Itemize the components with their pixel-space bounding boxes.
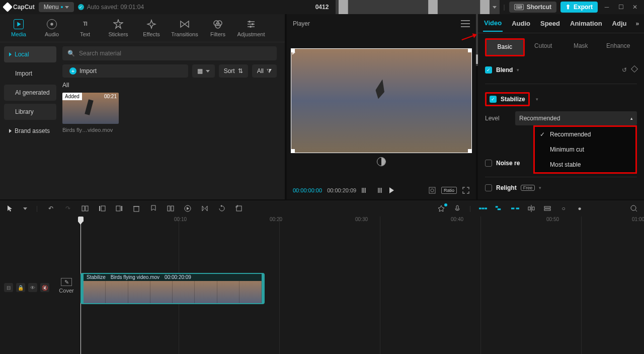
tab-audio[interactable]: Audio	[37, 16, 66, 40]
trim-right-button[interactable]	[115, 204, 123, 213]
marker-button[interactable]	[149, 204, 157, 213]
sort-button[interactable]: Sort⇅	[219, 64, 248, 78]
search-input[interactable]	[79, 50, 272, 57]
tab-animation[interactable]: Animation	[569, 16, 603, 31]
tab-adjust[interactable]: Adju	[611, 16, 628, 31]
tabs-overflow-button[interactable]: »	[635, 20, 639, 27]
selection-tool[interactable]	[6, 204, 14, 213]
video-preview[interactable]	[291, 48, 472, 153]
track-toggle-button[interactable]	[543, 204, 551, 213]
tab-effects[interactable]: Effects	[137, 16, 166, 40]
subtab-mask[interactable]: Mask	[562, 38, 600, 56]
mirror-button[interactable]	[201, 204, 209, 213]
play-button[interactable]	[387, 186, 395, 194]
next-frame-button[interactable]	[374, 186, 382, 194]
hide-track-button[interactable]: 👁	[28, 283, 37, 292]
record-button[interactable]	[453, 204, 461, 213]
grid-icon: ▦	[197, 67, 203, 75]
option-minimum-cut[interactable]: Minimum cut	[535, 142, 635, 157]
project-title: 0412	[315, 4, 329, 11]
prev-frame-button[interactable]	[361, 186, 369, 194]
time-ruler[interactable]: 00:10 00:20 00:30 00:40 00:50 01:00	[78, 217, 644, 225]
current-time: 00:00:00:00	[293, 187, 322, 193]
zoom-slider[interactable]: ●	[576, 204, 584, 213]
cover-button[interactable]: ✎ Cover	[57, 278, 75, 295]
minimize-button[interactable]: ─	[602, 4, 612, 11]
sidebar-item-import[interactable]: Import	[4, 65, 56, 82]
frame-crop-button[interactable]	[235, 204, 243, 213]
keyframe-icon[interactable]	[631, 65, 638, 73]
svg-rect-47	[532, 207, 534, 210]
noise-checkbox[interactable]	[485, 160, 492, 167]
trim-left-button[interactable]	[98, 204, 106, 213]
subtab-enhance[interactable]: Enhance	[600, 38, 637, 56]
svg-point-3	[50, 23, 53, 25]
fullscreen-button[interactable]	[462, 186, 470, 194]
close-button[interactable]: ✕	[630, 4, 640, 11]
tab-media[interactable]: Media	[4, 16, 33, 40]
auto-caption-button[interactable]	[437, 204, 445, 213]
resize-handle[interactable]	[468, 48, 472, 52]
timeline-clip[interactable]: Stabilize Birds flying video.mov 00:00:2…	[80, 273, 265, 304]
tab-filters[interactable]: Filters	[203, 16, 232, 40]
grid-view-button[interactable]: ▦	[192, 64, 215, 78]
level-dropdown[interactable]: Recommended ▴	[515, 111, 637, 125]
menu-button[interactable]: Menu	[39, 2, 74, 12]
crop-button[interactable]	[167, 204, 175, 213]
shortcut-button[interactable]: ⌨ Shortcut	[509, 2, 556, 13]
tab-text[interactable]: Text	[70, 16, 100, 40]
scale-button[interactable]	[428, 186, 436, 194]
tab-transitions[interactable]: Transitions	[170, 16, 199, 40]
subtab-cutout[interactable]: Cutout	[525, 38, 562, 56]
sidebar-item-library[interactable]: Library	[4, 104, 56, 120]
preview-axis-button[interactable]	[527, 204, 535, 213]
relight-checkbox[interactable]	[485, 184, 492, 191]
tab-speed[interactable]: Speed	[539, 16, 561, 31]
rotate-button[interactable]	[218, 204, 226, 213]
resize-handle[interactable]	[291, 48, 295, 52]
tab-stickers[interactable]: Stickers	[104, 16, 133, 40]
autosave-status: ✓ Auto saved: 09:01:04	[78, 4, 144, 11]
reset-icon[interactable]: ↺	[622, 66, 627, 74]
tab-audio[interactable]: Audio	[511, 16, 531, 31]
magnet-main-button[interactable]	[479, 204, 487, 213]
magnet-track-button[interactable]	[495, 204, 503, 213]
export-button[interactable]: ⬆ Export	[560, 2, 598, 13]
option-most-stable[interactable]: Most stable	[535, 157, 635, 172]
link-button[interactable]	[511, 204, 519, 213]
maximize-button[interactable]: ☐	[616, 4, 626, 11]
mute-track-button[interactable]: 🔇	[40, 283, 49, 292]
search-bar[interactable]: 🔍	[62, 46, 277, 60]
all-filter-button[interactable]: All⧩	[252, 64, 277, 78]
subtab-basic[interactable]: Basic	[485, 38, 525, 56]
player-menu-button[interactable]	[461, 20, 470, 27]
svg-rect-48	[544, 206, 550, 208]
sidebar-item-brand[interactable]: Brand assets	[4, 123, 56, 139]
media-clip[interactable]: Added 00:21 Birds fly…video.mov	[62, 93, 119, 133]
sidebar-item-local[interactable]: Local	[4, 46, 56, 62]
zoom-out-button[interactable]: ○	[559, 204, 568, 213]
redo-button[interactable]: ↷	[64, 204, 72, 213]
svg-rect-41	[496, 206, 498, 207]
compare-button[interactable]	[377, 157, 386, 166]
lock-track-button[interactable]: 🔒	[16, 283, 25, 292]
collapse-track-button[interactable]: ⊟	[4, 283, 13, 292]
zoom-fit-button[interactable]	[630, 204, 638, 213]
tab-adjustment[interactable]: Adjustment	[236, 16, 266, 40]
stabilize-checkbox[interactable]: ✓	[490, 96, 497, 103]
undo-button[interactable]: ↶	[47, 204, 55, 213]
reverse-button[interactable]	[184, 204, 192, 213]
tab-video[interactable]: Video	[483, 15, 503, 32]
ratio-button[interactable]: Ratio	[441, 187, 457, 194]
import-button[interactable]: + Import	[62, 64, 188, 78]
resize-handle[interactable]	[291, 149, 295, 153]
delete-button[interactable]	[132, 204, 140, 213]
timeline-tracks[interactable]: 00:10 00:20 00:30 00:40 00:50 01:00 Stab…	[78, 217, 644, 354]
blend-checkbox[interactable]: ✓	[485, 66, 492, 74]
svg-rect-24	[101, 206, 105, 211]
option-recommended[interactable]: Recommended	[535, 127, 635, 142]
sidebar-item-ai[interactable]: AI generated	[4, 85, 56, 101]
split-button[interactable]	[81, 204, 89, 213]
resize-handle[interactable]	[468, 149, 472, 153]
timeline-body: ⊟ 🔒 👁 🔇 ✎ Cover 00:10 00:20 00:30 00:40 …	[0, 217, 644, 354]
